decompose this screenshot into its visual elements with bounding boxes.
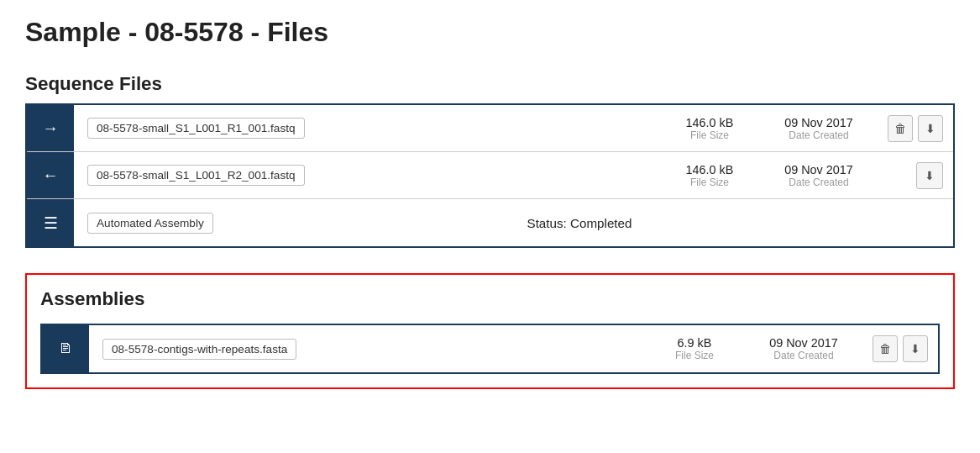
assemblies-heading: Assemblies <box>40 288 940 310</box>
file-date-cell: 09 Nov 2017 Date Created <box>760 108 878 150</box>
file-date-label: Date Created <box>768 129 869 141</box>
automated-assembly-badge: Automated Assembly <box>87 213 213 234</box>
file-date-label: Date Created <box>768 176 869 188</box>
download-icon: ⬇ <box>925 122 935 135</box>
file-size-value: 146.0 kB <box>668 163 752 176</box>
document-icon: 🖹 <box>42 325 89 372</box>
file-date-value: 09 Nov 2017 <box>768 163 869 176</box>
file-date-value: 09 Nov 2017 <box>768 116 869 129</box>
page-title: Sample - 08-5578 - Files <box>25 17 955 48</box>
table-row: ← 08-5578-small_S1_L001_R2_001.fastq 146… <box>27 152 953 199</box>
trash-icon: 🗑 <box>879 342 891 356</box>
file-size-cell: 146.0 kB File Size <box>659 155 760 197</box>
filename-badge: 08-5578-contigs-with-repeats.fasta <box>102 339 296 360</box>
file-date-label: Date Created <box>753 350 854 361</box>
file-actions-cell: ⬇ <box>878 154 953 198</box>
file-name-cell: 08-5578-small_S1_L001_R2_001.fastq <box>74 156 659 194</box>
sequence-files-heading: Sequence Files <box>25 73 955 95</box>
file-size-cell: 6.9 kB File Size <box>644 328 745 370</box>
file-size-value: 6.9 kB <box>652 336 736 350</box>
sequence-files-table: → 08-5578-small_S1_L001_R1_001.fastq 146… <box>25 103 955 248</box>
file-name-cell: 08-5578-contigs-with-repeats.fasta <box>89 330 644 368</box>
delete-button[interactable]: 🗑 <box>888 115 913 142</box>
delete-button[interactable]: 🗑 <box>873 335 898 362</box>
filename-badge: 08-5578-small_S1_L001_R2_001.fastq <box>87 165 305 186</box>
table-row: → 08-5578-small_S1_L001_R1_001.fastq 146… <box>27 105 953 152</box>
file-size-label: File Size <box>652 350 736 361</box>
assemblies-section: Assemblies 🖹 08-5578-contigs-with-repeat… <box>25 273 955 389</box>
file-actions-cell: 🗑 ⬇ <box>862 327 938 371</box>
arrow-left-icon: ← <box>27 152 74 198</box>
table-row: 🖹 08-5578-contigs-with-repeats.fasta 6.9… <box>42 325 938 372</box>
file-date-value: 09 Nov 2017 <box>753 336 854 350</box>
file-date-cell: 09 Nov 2017 Date Created <box>745 328 862 370</box>
menu-icon: ☰ <box>27 199 74 246</box>
arrow-right-icon: → <box>27 105 74 151</box>
filename-badge: 08-5578-small_S1_L001_R1_001.fastq <box>87 118 305 139</box>
file-size-value: 146.0 kB <box>668 116 752 129</box>
download-icon: ⬇ <box>910 342 920 356</box>
file-size-label: File Size <box>668 176 752 188</box>
download-button[interactable]: ⬇ <box>903 335 928 362</box>
trash-icon: 🗑 <box>894 122 906 135</box>
download-button[interactable]: ⬇ <box>918 115 943 142</box>
file-size-cell: 146.0 kB File Size <box>659 108 760 150</box>
table-row: ☰ Automated Assembly Status: Completed <box>27 199 953 246</box>
download-icon: ⬇ <box>925 169 935 182</box>
file-size-label: File Size <box>668 129 752 141</box>
file-name-cell: Automated Assembly <box>74 204 514 242</box>
file-name-cell: 08-5578-small_S1_L001_R1_001.fastq <box>74 109 659 147</box>
assemblies-table: 🖹 08-5578-contigs-with-repeats.fasta 6.9… <box>40 324 940 374</box>
status-cell: Status: Completed <box>514 208 954 239</box>
file-actions-cell: 🗑 ⬇ <box>878 107 953 150</box>
file-date-cell: 09 Nov 2017 Date Created <box>760 155 878 197</box>
download-button[interactable]: ⬇ <box>916 162 943 189</box>
